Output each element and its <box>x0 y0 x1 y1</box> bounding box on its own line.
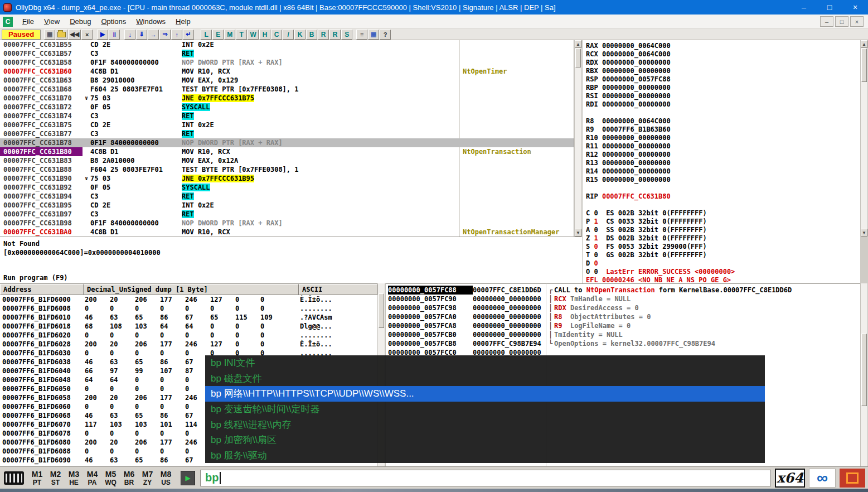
windows-button[interactable]: W <box>248 30 259 40</box>
stack-row[interactable]: 00000000_0057FC90 00000000_00000000 <box>386 295 546 303</box>
menu-item[interactable]: File <box>17 15 39 28</box>
autocomplete-item[interactable]: bp 网络\\HTTP\\HTTPS\\TCP\\UDP\\WS\\WSS... <box>205 386 765 402</box>
memory-map-icon[interactable]: ▦ <box>368 30 379 40</box>
mdi-close-button[interactable]: × <box>850 16 864 27</box>
register-row[interactable]: R8 00000000_0064C000 <box>586 117 860 126</box>
disasm-row[interactable]: 00007FFC_CC631B74 C3 RET <box>0 112 574 120</box>
dump-row[interactable]: 00007FF6_B1FD6000 2002020617724612700 È.… <box>0 295 377 304</box>
register-row[interactable] <box>586 109 860 117</box>
register-row[interactable] <box>586 184 860 192</box>
dump-header-ascii[interactable]: ASCII <box>299 284 377 295</box>
macro-label[interactable]: M4 <box>83 470 101 479</box>
dump-header-address[interactable]: Address <box>0 284 84 295</box>
macro-label[interactable]: M8 <box>157 470 175 479</box>
minimize-button[interactable]: – <box>791 0 817 15</box>
macro-code-label[interactable]: BR <box>120 479 138 486</box>
register-row[interactable]: RBP 00000000_00000000 <box>586 84 860 92</box>
autocomplete-item[interactable]: bp 磁盘文件 <box>205 371 765 387</box>
stack-row[interactable]: 00000000_0057FC98 00000000_00000000 <box>386 303 546 312</box>
macro-code-label[interactable]: WQ <box>101 479 120 486</box>
disasm-row[interactable]: 00007FFC_CC631B94 C3 RET <box>0 192 574 201</box>
register-row[interactable]: D 0 <box>586 259 860 268</box>
scrollbar-thumb[interactable] <box>861 49 867 82</box>
trace-into-icon[interactable]: → <box>148 30 159 40</box>
cpu-button[interactable]: C <box>271 30 282 40</box>
register-row[interactable]: T 0 GS 002B 32bit 0(FFFFFFFF) <box>586 251 860 259</box>
goto-icon[interactable]: ↵ <box>183 30 194 40</box>
disasm-row[interactable]: 00007FFC_CC631B58 0F1F 840000000000 NOP … <box>0 58 574 67</box>
macro-label[interactable]: M5 <box>101 470 120 479</box>
log-list-icon[interactable]: ≡ <box>356 30 367 40</box>
breakpoints-button[interactable]: B <box>306 30 317 40</box>
macro-label[interactable]: M7 <box>138 470 157 479</box>
menu-item[interactable]: Debug <box>65 15 96 28</box>
command-input[interactable]: bp <box>200 470 771 486</box>
disasm-row[interactable]: 00007FFC_CC631B72 0F 05 SYSCALL <box>0 103 574 112</box>
dump-row[interactable]: 00007FF6_B1FD6008 00000000 ........ <box>0 304 377 313</box>
autocomplete-item[interactable]: bp 加密狗\\扇区 <box>205 432 765 448</box>
register-row[interactable]: R12 00000000_00000000 <box>586 151 860 159</box>
bottom-right-scrollbar[interactable] <box>860 283 868 466</box>
runtrace-button[interactable]: R <box>329 30 341 40</box>
disasm-row[interactable]: 00007FFC_CC631B68 F604 25 0803FE7F01 TES… <box>0 85 574 94</box>
macro-label[interactable]: M3 <box>65 470 83 479</box>
scroll-up-icon[interactable]: ▲ <box>575 40 581 48</box>
registers-scrollbar[interactable]: ▲ ▼ <box>860 40 868 237</box>
patches-button[interactable]: / <box>283 30 294 40</box>
disasm-row[interactable]: 00007FFC_CC631B78 0F1F 840000000000 NOP … <box>0 138 574 147</box>
register-row[interactable]: C 0 ES 002B 32bit 0(FFFFFFFF) <box>586 209 860 218</box>
register-row[interactable]: R11 00000000_00000000 <box>586 142 860 151</box>
register-row[interactable]: RBX 00000000_00000000 <box>586 67 860 75</box>
disasm-row[interactable]: 00007FFC_CC631B75 CD 2E INT 0x2E <box>0 120 574 129</box>
macro-label[interactable]: M6 <box>120 470 138 479</box>
macro-label[interactable]: M1 <box>28 470 46 479</box>
source-button[interactable]: S <box>341 30 352 40</box>
macro-code-label[interactable]: PA <box>83 479 101 486</box>
step-into-icon[interactable]: ↓ <box>124 30 135 40</box>
separator[interactable] <box>93 30 96 40</box>
until-return-icon[interactable]: ↑ <box>171 30 182 40</box>
menu-item[interactable]: Help <box>171 15 196 28</box>
dump-row[interactable]: 00007FF6_B1FD6018 681081036464000 Dlg@@.… <box>0 322 377 331</box>
threads-button[interactable]: T <box>236 30 247 40</box>
disasm-row[interactable]: 00007FFC_CC631B88 F604 25 0803FE7F01 TES… <box>0 165 574 174</box>
disasm-row[interactable]: 00007FFC_CC631B92 0F 05 SYSCALL <box>0 183 574 192</box>
scroll-down-icon[interactable]: ▼ <box>575 229 581 237</box>
restart-icon[interactable]: ◀◀ <box>68 30 81 40</box>
stack-row[interactable]: 00000000_0057FCB0 00000000_00000000 <box>386 330 546 339</box>
register-row[interactable]: RSP 00000000_0057FC88 <box>586 75 860 84</box>
register-row[interactable]: A 0 SS 002B 32bit 0(FFFFFFFF) <box>586 226 860 234</box>
separator[interactable] <box>195 30 198 40</box>
autocomplete-item[interactable]: bp 线程\\进程\\内存 <box>205 417 765 432</box>
disasm-row[interactable]: 00007FFC_CC631B63 B8 29010000 MOV EAX, 0… <box>0 76 574 85</box>
scrollbar-thumb[interactable] <box>575 49 581 67</box>
close-button[interactable]: × <box>842 0 868 15</box>
dump-header-decimal[interactable]: Decimal_UnSigned dump [1 Byte] <box>84 284 299 295</box>
scroll-up-icon[interactable]: ▲ <box>861 40 867 48</box>
disasm-row[interactable]: 00007FFC_CC631B55 CD 2E INT 0x2E <box>0 40 574 49</box>
register-row[interactable]: R14 00000000_00000000 <box>586 167 860 176</box>
callstack-button[interactable]: K <box>294 30 306 40</box>
macro-label[interactable]: M2 <box>46 470 65 479</box>
scrollbar-thumb[interactable] <box>379 293 384 328</box>
register-row[interactable]: EFL 00000246 <NO NB NE A NS PO GE G> <box>586 276 860 283</box>
disasm-row[interactable]: 00007FFC_CC631B95 CD 2E INT 0x2E <box>0 201 574 210</box>
register-row[interactable]: R9 00007FF6_B1B63B60 <box>586 126 860 134</box>
separator[interactable] <box>120 30 124 40</box>
register-row[interactable]: R10 00000000_00000000 <box>586 134 860 142</box>
references-button[interactable]: R <box>318 30 329 40</box>
macro-code-label[interactable]: PT <box>28 479 46 486</box>
close-program-icon[interactable]: × <box>81 30 93 40</box>
macro-code-label[interactable]: HE <box>65 479 83 486</box>
dump-row[interactable]: 00007FF6_B1FD6010 466365866765115109 .?A… <box>0 313 377 322</box>
step-over-icon[interactable]: ⇓ <box>136 30 147 40</box>
stack-row[interactable]: 00000000_0057FCA8 00000000_00000000 <box>386 321 546 330</box>
stack-row[interactable]: 00000000_0057FCA0 00000000_00000000 <box>386 312 546 321</box>
scroll-down-icon[interactable]: ▼ <box>861 229 867 237</box>
macro-code-label[interactable]: ST <box>46 479 65 486</box>
mdi-minimize-button[interactable]: – <box>820 16 833 27</box>
dump-row[interactable]: 00007FF6_B1FD6028 2002020617724612700 È.… <box>0 340 377 349</box>
dump-row[interactable]: 00007FF6_B1FD6020 00000000 ........ <box>0 331 377 340</box>
script-console-icon[interactable]: ▶ <box>181 471 195 485</box>
pause-icon[interactable]: ‖ <box>109 30 120 40</box>
